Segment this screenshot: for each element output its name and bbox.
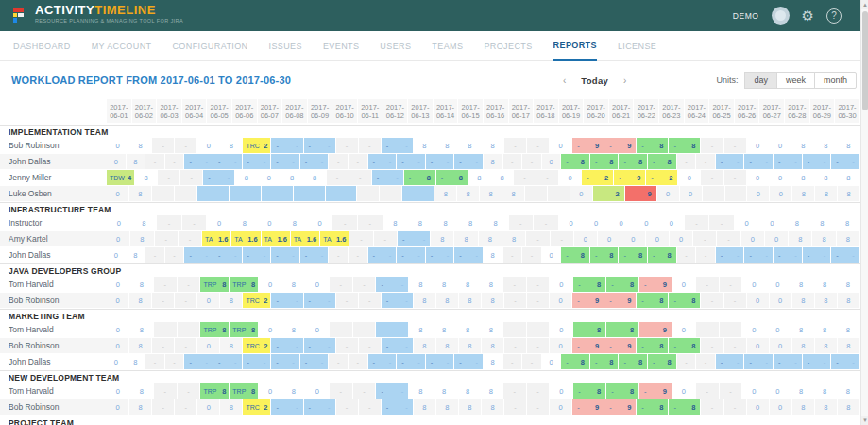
workload-cell[interactable]: -- [271, 354, 300, 369]
workload-cell[interactable]: - [359, 338, 382, 353]
workload-cell[interactable]: TRC2 [243, 138, 271, 153]
member-name[interactable]: Jenny Miller [0, 170, 107, 185]
workload-cell[interactable]: -- [271, 154, 300, 169]
workload-cell[interactable]: 8 [484, 247, 503, 263]
workload-cell[interactable]: 8 [456, 383, 480, 399]
workload-cell[interactable]: - [353, 383, 377, 399]
workload-cell[interactable]: 8 [436, 400, 459, 415]
workload-cell[interactable]: -- [368, 354, 398, 369]
workload-cell[interactable]: 0 [550, 293, 572, 308]
workload-cell[interactable]: TRP8 [230, 383, 259, 399]
workload-cell[interactable]: 0 [742, 322, 766, 337]
workload-cell[interactable]: 8 [813, 322, 837, 337]
workload-cell[interactable]: 8 [456, 277, 480, 292]
workload-cell[interactable]: -8 [590, 247, 620, 263]
workload-cell[interactable]: 0 [550, 277, 573, 292]
workload-cell[interactable]: - [527, 277, 551, 292]
nav-item-events[interactable]: EVENTS [323, 32, 359, 60]
workload-cell[interactable]: -9 [604, 400, 637, 415]
workload-cell[interactable]: - [534, 215, 559, 230]
workload-cell[interactable]: 8 [433, 277, 456, 292]
workload-cell[interactable]: - [152, 186, 175, 201]
workload-cell[interactable]: 8 [785, 215, 810, 230]
workload-cell[interactable]: - [509, 215, 535, 230]
workload-cell[interactable]: 8 [434, 186, 457, 201]
workload-cell[interactable]: - [527, 383, 551, 399]
workload-cell[interactable]: -- [184, 247, 213, 263]
workload-cell[interactable]: 0 [197, 400, 220, 415]
workload-cell[interactable]: 8 [792, 293, 815, 308]
workload-cell[interactable]: 0 [107, 138, 129, 153]
workload-cell[interactable]: - [693, 231, 717, 246]
workload-cell[interactable]: -8 [606, 277, 639, 292]
workload-cell[interactable]: -- [368, 154, 398, 169]
workload-cell[interactable]: 0 [107, 231, 130, 246]
workload-cell[interactable]: 8 [127, 354, 146, 369]
workload-cell[interactable]: 0 [766, 322, 790, 337]
workload-cell[interactable]: - [696, 247, 716, 263]
workload-cell[interactable]: -9 [639, 383, 672, 399]
workload-cell[interactable]: 0 [766, 277, 790, 292]
workload-cell[interactable]: 0 [107, 186, 129, 201]
workload-cell[interactable]: -8 [404, 170, 436, 185]
workload-cell[interactable]: -- [398, 231, 431, 246]
workload-cell[interactable]: 8 [436, 293, 459, 308]
workload-cell[interactable]: 8 [459, 338, 482, 353]
workload-cell[interactable]: -8 [669, 138, 701, 153]
workload-cell[interactable]: 0 [107, 215, 132, 230]
workload-cell[interactable]: -9 [572, 338, 604, 353]
workload-cell[interactable]: -- [402, 186, 434, 201]
workload-cell[interactable]: 8 [810, 215, 836, 230]
workload-cell[interactable]: 8 [459, 400, 482, 415]
workload-cell[interactable]: -- [454, 354, 484, 369]
workload-cell[interactable]: 8 [408, 215, 434, 230]
workload-cell[interactable]: 8 [789, 231, 812, 246]
workload-cell[interactable]: 8 [282, 322, 306, 337]
workload-cell[interactable]: 8 [130, 322, 154, 337]
workload-cell[interactable]: - [724, 338, 747, 353]
nav-item-teams[interactable]: TEAMS [432, 32, 463, 60]
workload-cell[interactable]: -- [213, 154, 243, 169]
next-period-button[interactable]: › [623, 76, 626, 86]
workload-cell[interactable]: - [349, 231, 373, 246]
member-name[interactable]: John Dallas [0, 354, 107, 369]
workload-cell[interactable]: - [724, 293, 747, 308]
workload-cell[interactable]: 8 [235, 170, 258, 185]
workload-cell[interactable]: -- [326, 186, 358, 201]
workload-cell[interactable]: -- [376, 383, 409, 399]
workload-cell[interactable]: 0 [550, 138, 572, 153]
workload-cell[interactable]: - [180, 170, 203, 185]
workload-cell[interactable]: 0 [107, 247, 127, 263]
workload-cell[interactable]: - [349, 154, 368, 169]
workload-cell[interactable]: -8 [619, 354, 648, 369]
workload-cell[interactable]: - [380, 186, 402, 201]
workload-cell[interactable]: 8 [132, 215, 158, 230]
workload-cell[interactable]: 8 [130, 277, 154, 292]
workload-cell[interactable]: 8 [484, 215, 509, 230]
member-name[interactable]: Amy Kartel [0, 231, 107, 246]
workload-cell[interactable]: 8 [838, 400, 860, 415]
workload-cell[interactable]: 8 [838, 170, 860, 185]
nav-item-users[interactable]: USERS [380, 32, 411, 60]
workload-cell[interactable]: 0 [550, 383, 573, 399]
workload-cell[interactable]: 0 [680, 186, 703, 201]
workload-cell[interactable]: 0 [765, 231, 789, 246]
workload-cell[interactable]: TRP8 [230, 277, 259, 292]
workload-cell[interactable]: -8 [561, 354, 590, 369]
workload-cell[interactable]: 0 [559, 170, 582, 185]
workload-cell[interactable]: 8 [835, 215, 860, 230]
workload-cell[interactable]: -- [803, 354, 832, 369]
workload-cell[interactable]: - [157, 215, 182, 230]
workload-cell[interactable]: 8 [409, 322, 433, 337]
workload-cell[interactable]: - [182, 215, 208, 230]
workload-cell[interactable]: 0 [550, 400, 572, 415]
scrollbar-thumb[interactable] [862, 11, 868, 110]
workload-cell[interactable]: - [696, 383, 720, 399]
workload-cell[interactable]: 8 [468, 170, 491, 185]
workload-cell[interactable]: - [357, 186, 380, 201]
workload-cell[interactable]: - [175, 338, 197, 353]
workload-cell[interactable]: 0 [574, 231, 598, 246]
workload-cell[interactable]: -9 [604, 138, 637, 153]
workload-cell[interactable]: -8 [561, 154, 590, 169]
workload-cell[interactable]: 0 [306, 322, 330, 337]
